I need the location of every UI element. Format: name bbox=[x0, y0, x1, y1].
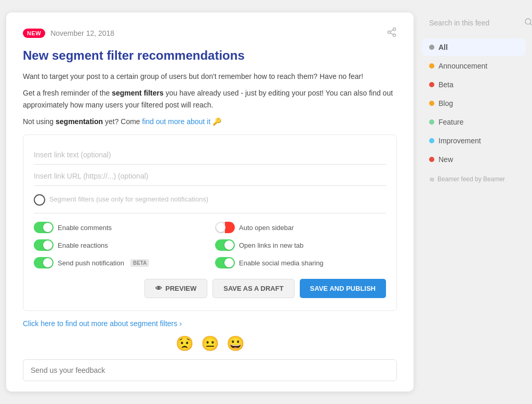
toggle-enable-comments-switch[interactable] bbox=[34, 222, 54, 233]
find-out-link[interactable]: find out more about it bbox=[142, 117, 211, 126]
main-card: NEW November 12, 2018 New segment filter… bbox=[6, 12, 414, 392]
category-dot-new bbox=[429, 157, 434, 162]
category-label-improvement: Improvement bbox=[438, 137, 481, 145]
link-url-input[interactable] bbox=[34, 167, 386, 186]
svg-line-4 bbox=[390, 30, 393, 31]
category-announcement[interactable]: Announcement bbox=[422, 57, 526, 75]
category-label-beta: Beta bbox=[438, 80, 454, 89]
emoji-neutral[interactable]: 😐 bbox=[201, 335, 219, 352]
toggle-enable-comments: Enable comments bbox=[34, 222, 205, 233]
form-area: Segment filters (use only for segmented … bbox=[23, 134, 397, 311]
toggle-social-sharing-label: Enable social media sharing bbox=[239, 259, 324, 267]
save-draft-button[interactable]: SAVE AS A DRAFT bbox=[212, 279, 294, 298]
feedback-input[interactable] bbox=[23, 359, 397, 381]
save-publish-button[interactable]: SAVE AND PUBLISH bbox=[300, 279, 386, 298]
search-input[interactable] bbox=[429, 19, 520, 27]
eye-icon: 👁 bbox=[155, 285, 162, 292]
category-dot-beta bbox=[429, 82, 434, 87]
new-badge: NEW bbox=[23, 29, 45, 38]
category-improvement[interactable]: Improvement bbox=[422, 132, 526, 150]
category-new[interactable]: New bbox=[422, 151, 526, 168]
category-blog[interactable]: Blog bbox=[422, 95, 526, 112]
toggle-open-links-switch[interactable] bbox=[215, 239, 235, 251]
emoji-sad[interactable]: 😟 bbox=[176, 335, 194, 352]
toggles-grid: Enable comments Auto open sidebar Enable… bbox=[34, 222, 386, 268]
beamer-icon: ≋ bbox=[429, 176, 435, 183]
search-icon[interactable] bbox=[524, 18, 532, 28]
toggle-push-notification-switch[interactable] bbox=[34, 257, 54, 268]
toggle-push-notification-label: Send push notification bbox=[58, 259, 124, 267]
link-text-input[interactable] bbox=[34, 145, 386, 165]
category-dot-feature bbox=[429, 119, 434, 125]
sidebar: All Announcement Beta Blog Feature Impro… bbox=[422, 12, 526, 392]
category-all[interactable]: All bbox=[422, 38, 526, 56]
toggle-social-sharing-switch[interactable] bbox=[215, 257, 235, 268]
post-header-left: NEW November 12, 2018 bbox=[23, 29, 114, 38]
category-label-new: New bbox=[438, 155, 453, 164]
post-date: November 12, 2018 bbox=[50, 29, 114, 37]
post-header: NEW November 12, 2018 bbox=[23, 27, 397, 40]
svg-line-6 bbox=[530, 23, 531, 25]
sidebar-footer-text: Beamer feed by Beamer bbox=[437, 176, 505, 183]
category-beta[interactable]: Beta bbox=[422, 76, 526, 93]
action-buttons: 👁 PREVIEW SAVE AS A DRAFT SAVE AND PUBLI… bbox=[34, 279, 386, 298]
segment-filters-link[interactable]: Click here to find out more about segmen… bbox=[23, 319, 397, 328]
category-dot-blog bbox=[429, 101, 434, 106]
toggle-social-sharing: Enable social media sharing bbox=[215, 257, 386, 268]
toggle-enable-reactions-switch[interactable] bbox=[34, 239, 54, 251]
toggle-auto-open-sidebar-switch[interactable] bbox=[215, 222, 235, 233]
toggle-enable-reactions: Enable reactions bbox=[34, 239, 205, 251]
category-label-blog: Blog bbox=[438, 99, 453, 107]
category-feature[interactable]: Feature bbox=[422, 113, 526, 131]
preview-button[interactable]: 👁 PREVIEW bbox=[144, 279, 207, 298]
sidebar-search-container bbox=[422, 12, 526, 33]
toggle-enable-comments-label: Enable comments bbox=[58, 224, 112, 232]
post-body-2: Get a fresh reminder of the segment filt… bbox=[23, 87, 397, 111]
bold-segmentation: segmentation bbox=[56, 117, 103, 126]
toggle-push-notification: Send push notification BETA bbox=[34, 257, 205, 268]
toggle-auto-open-sidebar-label: Auto open sidebar bbox=[239, 224, 294, 232]
beta-badge: BETA bbox=[130, 259, 149, 267]
category-dot-announcement bbox=[429, 63, 434, 69]
emoji-feedback-row: 😟 😐 😀 bbox=[23, 335, 397, 352]
post-body-3: Not using segmentation yet? Come find ou… bbox=[23, 116, 397, 127]
category-dot-improvement bbox=[429, 138, 434, 143]
segment-label: Segment filters (use only for segmented … bbox=[34, 188, 386, 213]
category-label-all: All bbox=[438, 43, 448, 51]
segment-circle-icon bbox=[34, 194, 45, 206]
sidebar-footer: ≋ Beamer feed by Beamer bbox=[422, 169, 526, 183]
toggle-open-links-label: Open links in new tab bbox=[239, 241, 303, 249]
category-label-announcement: Announcement bbox=[438, 62, 487, 70]
toggle-auto-open-sidebar: Auto open sidebar bbox=[215, 222, 386, 233]
bold-segment-filters: segment filters bbox=[112, 89, 164, 97]
category-label-feature: Feature bbox=[438, 118, 463, 126]
post-body-1: Want to target your post to a certain gr… bbox=[23, 71, 397, 82]
category-dot-all bbox=[429, 45, 434, 50]
toggle-enable-reactions-label: Enable reactions bbox=[58, 241, 108, 249]
svg-line-3 bbox=[390, 33, 393, 34]
emoji-happy[interactable]: 😀 bbox=[227, 335, 245, 352]
post-title: New segment filter recommendations bbox=[23, 47, 397, 63]
share-icon[interactable] bbox=[387, 27, 397, 40]
toggle-open-links: Open links in new tab bbox=[215, 239, 386, 251]
